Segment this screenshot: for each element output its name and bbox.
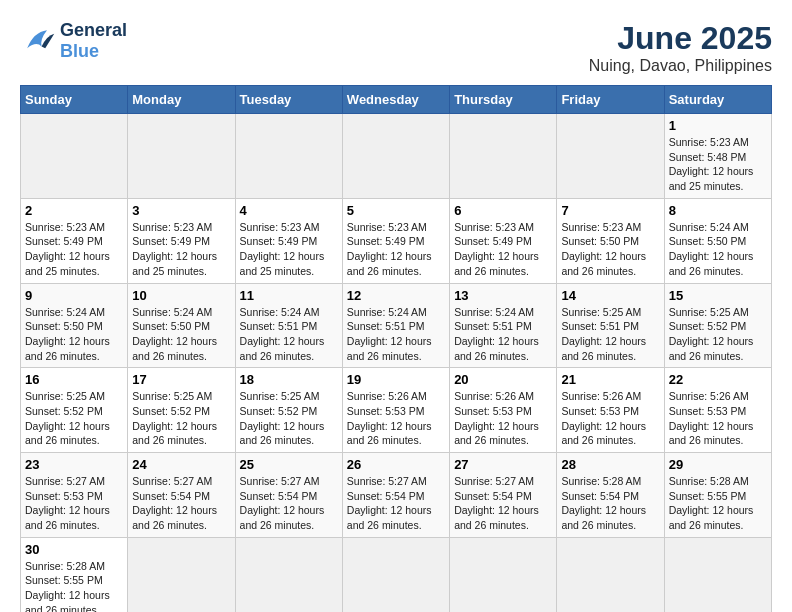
day-number: 9 <box>25 288 123 303</box>
page-header: General Blue June 2025 Nuing, Davao, Phi… <box>20 20 772 75</box>
table-row: 12 Sunrise: 5:24 AMSunset: 5:51 PMDaylig… <box>342 283 449 368</box>
day-info: Sunrise: 5:26 AMSunset: 5:53 PMDaylight:… <box>347 389 445 448</box>
day-info: Sunrise: 5:23 AMSunset: 5:49 PMDaylight:… <box>240 220 338 279</box>
calendar-week-row: 23 Sunrise: 5:27 AMSunset: 5:53 PMDaylig… <box>21 453 772 538</box>
table-row: 15 Sunrise: 5:25 AMSunset: 5:52 PMDaylig… <box>664 283 771 368</box>
header-saturday: Saturday <box>664 86 771 114</box>
day-number: 26 <box>347 457 445 472</box>
day-number: 16 <box>25 372 123 387</box>
logo: General Blue <box>20 20 127 62</box>
table-row: 5 Sunrise: 5:23 AMSunset: 5:49 PMDayligh… <box>342 198 449 283</box>
day-info: Sunrise: 5:28 AMSunset: 5:55 PMDaylight:… <box>669 474 767 533</box>
table-row: 30 Sunrise: 5:28 AMSunset: 5:55 PMDaylig… <box>21 537 128 612</box>
calendar-title: June 2025 <box>589 20 772 57</box>
day-info: Sunrise: 5:25 AMSunset: 5:52 PMDaylight:… <box>240 389 338 448</box>
day-info: Sunrise: 5:27 AMSunset: 5:54 PMDaylight:… <box>347 474 445 533</box>
day-number: 23 <box>25 457 123 472</box>
table-row: 28 Sunrise: 5:28 AMSunset: 5:54 PMDaylig… <box>557 453 664 538</box>
table-row <box>21 114 128 199</box>
calendar-table: Sunday Monday Tuesday Wednesday Thursday… <box>20 85 772 612</box>
header-sunday: Sunday <box>21 86 128 114</box>
table-row: 24 Sunrise: 5:27 AMSunset: 5:54 PMDaylig… <box>128 453 235 538</box>
calendar-header-row: Sunday Monday Tuesday Wednesday Thursday… <box>21 86 772 114</box>
day-info: Sunrise: 5:25 AMSunset: 5:51 PMDaylight:… <box>561 305 659 364</box>
day-number: 4 <box>240 203 338 218</box>
logo-general: General <box>60 20 127 41</box>
day-number: 20 <box>454 372 552 387</box>
calendar-subtitle: Nuing, Davao, Philippines <box>589 57 772 75</box>
table-row: 6 Sunrise: 5:23 AMSunset: 5:49 PMDayligh… <box>450 198 557 283</box>
day-info: Sunrise: 5:26 AMSunset: 5:53 PMDaylight:… <box>669 389 767 448</box>
day-number: 30 <box>25 542 123 557</box>
table-row <box>128 114 235 199</box>
table-row: 29 Sunrise: 5:28 AMSunset: 5:55 PMDaylig… <box>664 453 771 538</box>
table-row: 19 Sunrise: 5:26 AMSunset: 5:53 PMDaylig… <box>342 368 449 453</box>
day-number: 12 <box>347 288 445 303</box>
day-info: Sunrise: 5:24 AMSunset: 5:51 PMDaylight:… <box>347 305 445 364</box>
table-row: 18 Sunrise: 5:25 AMSunset: 5:52 PMDaylig… <box>235 368 342 453</box>
table-row: 22 Sunrise: 5:26 AMSunset: 5:53 PMDaylig… <box>664 368 771 453</box>
table-row: 27 Sunrise: 5:27 AMSunset: 5:54 PMDaylig… <box>450 453 557 538</box>
day-info: Sunrise: 5:25 AMSunset: 5:52 PMDaylight:… <box>25 389 123 448</box>
day-info: Sunrise: 5:23 AMSunset: 5:49 PMDaylight:… <box>347 220 445 279</box>
day-number: 21 <box>561 372 659 387</box>
day-info: Sunrise: 5:24 AMSunset: 5:50 PMDaylight:… <box>132 305 230 364</box>
table-row: 10 Sunrise: 5:24 AMSunset: 5:50 PMDaylig… <box>128 283 235 368</box>
day-number: 15 <box>669 288 767 303</box>
day-info: Sunrise: 5:25 AMSunset: 5:52 PMDaylight:… <box>132 389 230 448</box>
day-number: 3 <box>132 203 230 218</box>
day-number: 13 <box>454 288 552 303</box>
table-row <box>235 114 342 199</box>
table-row: 17 Sunrise: 5:25 AMSunset: 5:52 PMDaylig… <box>128 368 235 453</box>
day-info: Sunrise: 5:23 AMSunset: 5:48 PMDaylight:… <box>669 135 767 194</box>
day-number: 10 <box>132 288 230 303</box>
day-number: 2 <box>25 203 123 218</box>
day-number: 27 <box>454 457 552 472</box>
day-number: 19 <box>347 372 445 387</box>
title-area: June 2025 Nuing, Davao, Philippines <box>589 20 772 75</box>
day-info: Sunrise: 5:24 AMSunset: 5:50 PMDaylight:… <box>25 305 123 364</box>
table-row <box>235 537 342 612</box>
table-row <box>557 537 664 612</box>
day-number: 29 <box>669 457 767 472</box>
table-row: 16 Sunrise: 5:25 AMSunset: 5:52 PMDaylig… <box>21 368 128 453</box>
table-row: 25 Sunrise: 5:27 AMSunset: 5:54 PMDaylig… <box>235 453 342 538</box>
table-row: 7 Sunrise: 5:23 AMSunset: 5:50 PMDayligh… <box>557 198 664 283</box>
logo-icon <box>20 23 56 59</box>
day-info: Sunrise: 5:26 AMSunset: 5:53 PMDaylight:… <box>454 389 552 448</box>
day-info: Sunrise: 5:27 AMSunset: 5:54 PMDaylight:… <box>454 474 552 533</box>
day-number: 5 <box>347 203 445 218</box>
day-info: Sunrise: 5:28 AMSunset: 5:55 PMDaylight:… <box>25 559 123 612</box>
table-row: 4 Sunrise: 5:23 AMSunset: 5:49 PMDayligh… <box>235 198 342 283</box>
day-info: Sunrise: 5:25 AMSunset: 5:52 PMDaylight:… <box>669 305 767 364</box>
table-row <box>128 537 235 612</box>
day-info: Sunrise: 5:27 AMSunset: 5:53 PMDaylight:… <box>25 474 123 533</box>
table-row: 14 Sunrise: 5:25 AMSunset: 5:51 PMDaylig… <box>557 283 664 368</box>
table-row: 20 Sunrise: 5:26 AMSunset: 5:53 PMDaylig… <box>450 368 557 453</box>
header-thursday: Thursday <box>450 86 557 114</box>
table-row <box>557 114 664 199</box>
day-number: 14 <box>561 288 659 303</box>
day-info: Sunrise: 5:23 AMSunset: 5:49 PMDaylight:… <box>454 220 552 279</box>
header-friday: Friday <box>557 86 664 114</box>
day-info: Sunrise: 5:26 AMSunset: 5:53 PMDaylight:… <box>561 389 659 448</box>
table-row: 8 Sunrise: 5:24 AMSunset: 5:50 PMDayligh… <box>664 198 771 283</box>
day-number: 6 <box>454 203 552 218</box>
table-row: 13 Sunrise: 5:24 AMSunset: 5:51 PMDaylig… <box>450 283 557 368</box>
day-info: Sunrise: 5:23 AMSunset: 5:50 PMDaylight:… <box>561 220 659 279</box>
day-number: 17 <box>132 372 230 387</box>
calendar-week-row: 9 Sunrise: 5:24 AMSunset: 5:50 PMDayligh… <box>21 283 772 368</box>
logo-text: General Blue <box>60 20 127 62</box>
calendar-week-row: 30 Sunrise: 5:28 AMSunset: 5:55 PMDaylig… <box>21 537 772 612</box>
day-info: Sunrise: 5:28 AMSunset: 5:54 PMDaylight:… <box>561 474 659 533</box>
day-number: 25 <box>240 457 338 472</box>
table-row: 23 Sunrise: 5:27 AMSunset: 5:53 PMDaylig… <box>21 453 128 538</box>
day-number: 22 <box>669 372 767 387</box>
table-row <box>342 114 449 199</box>
table-row: 2 Sunrise: 5:23 AMSunset: 5:49 PMDayligh… <box>21 198 128 283</box>
day-info: Sunrise: 5:24 AMSunset: 5:50 PMDaylight:… <box>669 220 767 279</box>
table-row: 9 Sunrise: 5:24 AMSunset: 5:50 PMDayligh… <box>21 283 128 368</box>
day-info: Sunrise: 5:24 AMSunset: 5:51 PMDaylight:… <box>454 305 552 364</box>
table-row <box>450 537 557 612</box>
header-monday: Monday <box>128 86 235 114</box>
